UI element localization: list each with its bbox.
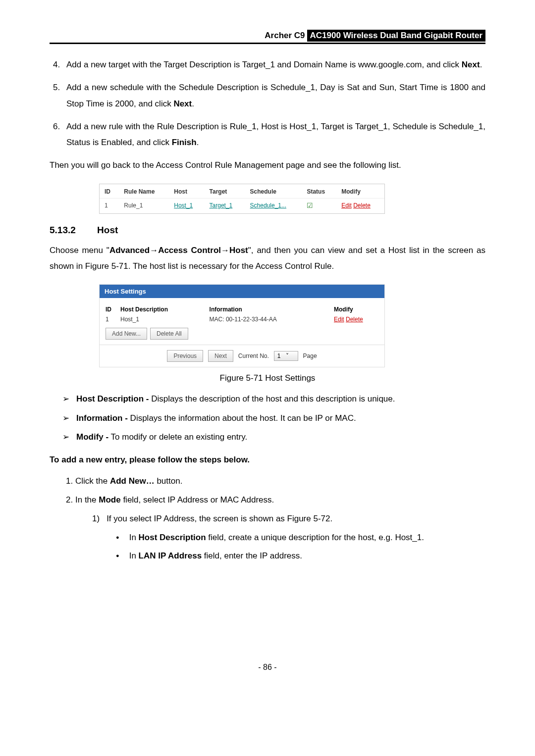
bullet-item: In Host Description field, create a uniq…	[116, 530, 485, 546]
section-title: Host	[97, 225, 118, 235]
sub-list: If you select IP Address, the screen is …	[75, 511, 485, 564]
header-bar: Archer C9 AC1900 Wireless Dual Band Giga…	[50, 30, 485, 44]
top-steps: Add a new target with the Target Descrip…	[50, 57, 485, 151]
page-number: - 86 -	[50, 663, 485, 672]
add-step-2: In the Mode field, select IP Address or …	[75, 492, 485, 564]
hw-delete-link[interactable]: Delete	[346, 316, 363, 323]
hw-td-info: MAC: 00-11-22-33-44-AA	[210, 316, 334, 323]
td-name: Rule_1	[119, 198, 169, 212]
section-number: 5.13.2	[50, 225, 76, 235]
add-steps-list: Click the Add New… button. In the Mode f…	[50, 473, 485, 564]
previous-button[interactable]: Previous	[167, 350, 203, 362]
status-check-icon: ☑	[307, 202, 313, 209]
section-intro: Choose menu "Advanced→Access Control→Hos…	[50, 243, 485, 275]
page-select[interactable]: 1 ˅	[274, 351, 298, 361]
hw-td-id: 1	[106, 316, 120, 323]
field-desc-list: Host Description - Displays the descript…	[50, 391, 485, 445]
hw-th-info: Information	[210, 306, 334, 313]
rule-table-wrap: ID Rule Name Host Target Schedule Status…	[99, 184, 385, 214]
th-status: Status	[302, 185, 336, 199]
return-text: Then you will go back to the Access Cont…	[50, 157, 485, 173]
list-item: Host Description - Displays the descript…	[62, 391, 485, 407]
list-item: Information - Displays the information a…	[62, 410, 485, 426]
hw-td-desc: Host_1	[120, 316, 210, 323]
th-schedule: Schedule	[245, 185, 302, 199]
td-id: 1	[100, 198, 119, 212]
host-link[interactable]: Host_1	[174, 202, 193, 209]
hw-th-modify: Modify	[334, 306, 378, 313]
rule-table: ID Rule Name Host Target Schedule Status…	[100, 185, 384, 212]
widget-data-row: 1 Host_1 MAC: 00-11-22-33-44-AA Edit Del…	[106, 316, 378, 323]
th-target: Target	[205, 185, 245, 199]
delete-link[interactable]: Delete	[353, 202, 371, 209]
step-6: Add a new rule with the Rule Description…	[62, 119, 485, 151]
add-entry-title: To add a new entry, please follow the st…	[50, 452, 485, 468]
hw-edit-link[interactable]: Edit	[334, 316, 344, 323]
list-item: Modify - To modify or delete an existing…	[62, 429, 485, 445]
next-button[interactable]: Next	[208, 350, 233, 362]
widget-header-row: ID Host Description Information Modify	[106, 306, 378, 313]
step-5: Add a new schedule with the Schedule Des…	[62, 80, 485, 112]
section-heading: 5.13.2 Host	[50, 225, 485, 236]
widget-buttons: Add New... Delete All	[106, 328, 378, 340]
th-host: Host	[169, 185, 204, 199]
th-id: ID	[100, 185, 119, 199]
header-title: AC1900 Wireless Dual Band Gigabit Router	[307, 30, 485, 42]
bullet-item: In LAN IP Address field, enter the IP ad…	[116, 548, 485, 564]
delete-all-button[interactable]: Delete All	[150, 328, 188, 340]
th-rule-name: Rule Name	[119, 185, 169, 199]
widget-title: Host Settings	[100, 285, 384, 298]
widget-body: ID Host Description Information Modify 1…	[100, 298, 384, 345]
widget-pager: Previous Next Current No. 1 ˅ Page	[100, 345, 384, 367]
schedule-link[interactable]: Schedule_1...	[250, 202, 286, 209]
bullet-list: In Host Description field, create a uniq…	[92, 530, 485, 564]
edit-link[interactable]: Edit	[341, 202, 352, 209]
step-4: Add a new target with the Target Descrip…	[62, 57, 485, 73]
figure-caption: Figure 5-71 Host Settings	[50, 373, 485, 383]
current-no-label: Current No.	[238, 353, 269, 359]
table-header-row: ID Rule Name Host Target Schedule Status…	[100, 185, 384, 199]
hw-th-desc: Host Description	[120, 306, 210, 313]
table-row: 1 Rule_1 Host_1 Target_1 Schedule_1... ☑…	[100, 198, 384, 212]
header-model: Archer C9	[265, 31, 305, 41]
host-settings-widget: Host Settings ID Host Description Inform…	[99, 284, 385, 367]
add-new-button[interactable]: Add New...	[106, 328, 147, 340]
sub-step-1: If you select IP Address, the screen is …	[92, 511, 485, 564]
page: Archer C9 AC1900 Wireless Dual Band Giga…	[0, 0, 535, 692]
target-link[interactable]: Target_1	[210, 202, 233, 209]
page-label: Page	[303, 353, 317, 359]
add-step-1: Click the Add New… button.	[75, 473, 485, 489]
hw-th-id: ID	[106, 306, 120, 313]
th-modify: Modify	[336, 185, 384, 199]
